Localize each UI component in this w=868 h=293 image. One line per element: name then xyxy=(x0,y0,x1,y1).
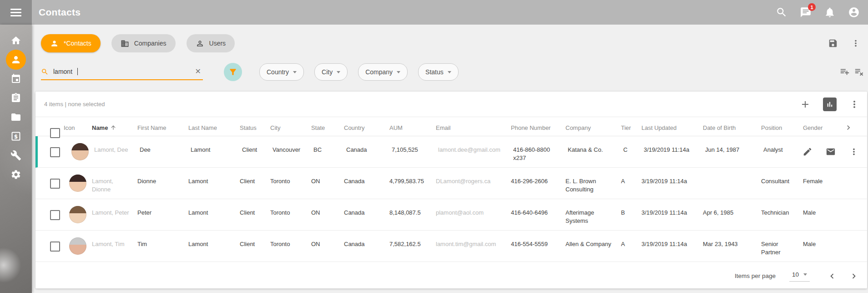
filter-chip-status[interactable]: Status xyxy=(418,63,459,81)
col-country[interactable]: Country xyxy=(344,117,389,138)
pencil-icon[interactable] xyxy=(802,147,812,157)
row-checkbox[interactable] xyxy=(50,179,60,189)
chevron-down-icon xyxy=(397,71,400,73)
sort-asc-icon xyxy=(110,124,116,131)
table-row[interactable]: Lamont, Dee Dee Lamont Client Vancouver … xyxy=(35,136,867,168)
col-last-name[interactable]: Last Name xyxy=(188,117,240,138)
country-cell: Canada xyxy=(344,231,389,262)
dob-cell: Jun 14, 1987 xyxy=(705,136,763,167)
dob-cell: Apr 6, 1985 xyxy=(703,199,761,230)
sidebar-item-settings[interactable] xyxy=(0,165,32,184)
col-dob[interactable]: Date of Birth xyxy=(703,117,761,138)
page-size-select[interactable]: 10 xyxy=(789,270,810,282)
first-name-cell: Dee xyxy=(140,136,191,167)
tab-contacts[interactable]: *Contacts xyxy=(41,34,101,52)
save-icon[interactable] xyxy=(828,38,838,48)
chat-icon[interactable]: 1 xyxy=(800,6,812,18)
row-actions xyxy=(802,147,859,157)
search-icon[interactable] xyxy=(776,6,787,18)
email-icon[interactable] xyxy=(826,147,836,157)
clear-search-icon[interactable]: ✕ xyxy=(193,67,203,77)
country-cell: Canada xyxy=(344,168,389,199)
col-icon[interactable]: Icon xyxy=(64,117,92,138)
filter-chip-status-label: Status xyxy=(425,68,444,76)
filter-chip-city[interactable]: City xyxy=(314,63,348,81)
col-last-updated[interactable]: Last Updated xyxy=(641,117,703,138)
filter-funnel-button[interactable] xyxy=(224,63,242,81)
account-icon[interactable] xyxy=(848,6,860,18)
tab-users-label: Users xyxy=(209,40,226,47)
company-cell: E. L. Brown Consulting xyxy=(565,168,621,199)
search-filter-row: lamont ✕ Country City Company Status xyxy=(41,63,459,81)
playlist-remove-icon[interactable] xyxy=(854,67,864,77)
more-columns-button[interactable] xyxy=(835,117,867,138)
row-checkbox[interactable] xyxy=(50,147,60,157)
text-cursor xyxy=(77,68,78,75)
col-city[interactable]: City xyxy=(270,117,311,138)
header-checkbox-cell xyxy=(35,117,64,138)
sidebar-item-tools[interactable] xyxy=(0,146,32,165)
person-outline-icon xyxy=(196,39,204,48)
row-checkbox[interactable] xyxy=(50,210,60,220)
state-cell: ON xyxy=(311,231,344,262)
chart-view-toggle[interactable] xyxy=(823,98,837,111)
sidebar-item-billing[interactable]: $ xyxy=(0,127,32,146)
avatar xyxy=(69,237,86,255)
col-first-name[interactable]: First Name xyxy=(137,117,188,138)
gender-cell: Male xyxy=(803,231,835,262)
col-company[interactable]: Company xyxy=(565,117,621,138)
kebab-menu-icon[interactable] xyxy=(849,99,860,110)
active-indicator xyxy=(6,50,26,70)
gender-cell: Male xyxy=(803,199,835,230)
table-row[interactable]: Lamont, Dionne Dionne Lamont Client Toro… xyxy=(35,168,867,199)
city-cell: Vancouver xyxy=(273,136,313,167)
state-cell: ON xyxy=(311,168,344,199)
search-input[interactable]: lamont ✕ xyxy=(41,64,203,80)
filter-chip-country[interactable]: Country xyxy=(259,63,304,81)
playlist-add-icon[interactable] xyxy=(840,67,850,77)
prev-page-button[interactable] xyxy=(827,271,837,281)
add-contact-button[interactable] xyxy=(800,99,811,110)
filter-chip-company[interactable]: Company xyxy=(358,63,408,81)
name-cell: Lamont, Peter xyxy=(92,199,137,230)
last-updated-cell: 3/19/2019 11:14a xyxy=(641,168,703,199)
col-position[interactable]: Position xyxy=(761,117,803,138)
sidebar-item-files[interactable] xyxy=(0,108,32,127)
person-icon xyxy=(50,39,59,48)
col-email[interactable]: Email xyxy=(436,117,511,138)
col-gender[interactable]: Gender xyxy=(803,117,835,138)
hamburger-icon xyxy=(10,7,21,18)
page-title: Contacts xyxy=(39,7,81,18)
phone-cell: 416-296-2606 xyxy=(511,168,565,199)
last-name-cell: Lamont xyxy=(188,168,240,199)
tab-users[interactable]: Users xyxy=(187,34,235,52)
col-name[interactable]: Name xyxy=(92,117,137,138)
sidebar-item-contacts[interactable] xyxy=(0,50,32,69)
row-checkbox[interactable] xyxy=(50,242,60,252)
chevron-right-icon xyxy=(844,123,853,132)
sidebar-item-home[interactable] xyxy=(0,31,32,50)
next-page-button[interactable] xyxy=(849,271,859,281)
table-row[interactable]: Lamont, Peter Peter Lamont Client Toront… xyxy=(35,199,867,231)
tab-companies[interactable]: Companies xyxy=(111,34,176,52)
hamburger-menu-button[interactable] xyxy=(0,0,32,25)
col-tier[interactable]: Tier xyxy=(621,117,641,138)
results-card: 4 items | none selected Icon Name First … xyxy=(35,92,867,288)
chevron-down-icon xyxy=(803,273,807,276)
page-size-value: 10 xyxy=(792,271,799,278)
col-phone[interactable]: Phone Number xyxy=(511,117,565,138)
aum-cell: 7,105,525 xyxy=(392,136,438,167)
city-cell: Toronto xyxy=(270,199,311,230)
col-state[interactable]: State xyxy=(311,117,344,138)
col-status[interactable]: Status xyxy=(240,117,270,138)
bell-icon[interactable] xyxy=(824,6,836,18)
col-aum[interactable]: AUM xyxy=(389,117,436,138)
dob-cell xyxy=(703,168,761,199)
state-cell: BC xyxy=(313,136,346,167)
search-value: lamont xyxy=(53,68,72,75)
sidebar-item-tasks[interactable] xyxy=(0,88,32,108)
kebab-menu-icon[interactable] xyxy=(851,38,861,48)
table-row[interactable]: Lamont, Tim Tim Lamont Client Toronto ON… xyxy=(35,231,867,262)
kebab-menu-icon[interactable] xyxy=(849,147,859,157)
sidebar-item-calendar[interactable] xyxy=(0,69,32,88)
